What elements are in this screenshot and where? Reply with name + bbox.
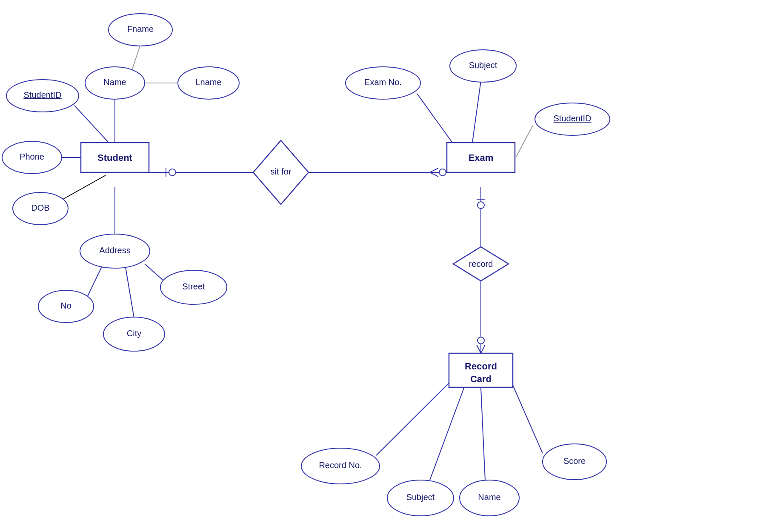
attr-lname-label: Lname (195, 77, 221, 87)
conn-recordno-rc (376, 383, 449, 455)
attr-street-label: Street (182, 282, 205, 291)
zero-mark-rc (477, 337, 484, 344)
entity-recordcard-label1: Record (465, 361, 497, 372)
crow-feet-2 (430, 172, 438, 177)
crow-feet-rc-2 (481, 345, 485, 353)
conn-score-rc (513, 385, 543, 453)
conn-subject-exam (472, 81, 481, 143)
entity-recordcard-label2: Card (470, 374, 492, 384)
attr-no-label: No (60, 301, 71, 310)
er-diagram: sit for record Student Exam Record Card … (0, 0, 766, 532)
attr-score-label: Score (563, 456, 586, 466)
zero-mark-exam-record (477, 202, 484, 209)
entity-student-label: Student (97, 152, 133, 163)
attr-examno-label: Exam No. (364, 77, 402, 87)
conn-studentid-exam (516, 125, 533, 157)
conn-subject-rc (430, 388, 464, 480)
crow-feet-1 (430, 168, 438, 172)
conn-city-address (126, 267, 134, 318)
attr-phone-label: Phone (20, 152, 44, 161)
attr-recordno-label: Record No. (319, 460, 362, 470)
attr-studentid-label: StudentID (24, 90, 62, 100)
conn-examno-exam (417, 94, 453, 144)
rel-sitfor-label: sit for (271, 167, 292, 176)
crow-feet-rc-1 (477, 345, 481, 353)
rel-record-label: record (469, 259, 493, 269)
conn-studentid-student (74, 106, 111, 145)
attr-subject-exam-label: Subject (469, 60, 497, 70)
conn-street-address (145, 264, 164, 281)
conn-name-rc (481, 388, 485, 480)
attr-name-label: Name (103, 77, 126, 87)
zero-mark-exam (439, 169, 446, 176)
attr-fname-label: Fname (127, 24, 154, 34)
attr-studentid-exam-label: StudentID (554, 114, 592, 123)
attr-city-label: City (127, 329, 141, 338)
entity-exam-label: Exam (469, 152, 494, 163)
attr-dob-label: DOB (31, 203, 49, 212)
attr-address-label: Address (99, 246, 130, 255)
attr-subject-rc-label: Subject (406, 492, 435, 502)
conn-dob-student (63, 175, 106, 199)
attr-name-rc-label: Name (478, 492, 500, 502)
zero-mark-student (169, 169, 176, 176)
